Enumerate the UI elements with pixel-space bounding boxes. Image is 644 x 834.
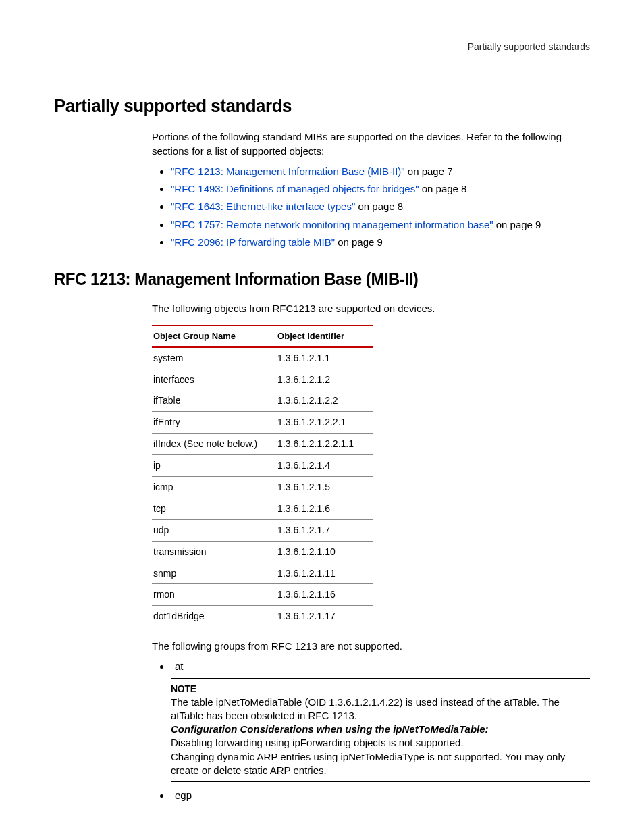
oid-table: Object Group Name Object Identifier syst… bbox=[152, 325, 373, 627]
intro-paragraph-3: The following groups from RFC 1213 are n… bbox=[152, 640, 590, 653]
link-item: "RFC 1493: Definitions of managed object… bbox=[171, 182, 590, 196]
cell-group-name: snmp bbox=[152, 563, 276, 584]
table-header-oid: Object Identifier bbox=[276, 325, 373, 347]
note-text-1: The table ipNetToMediaTable (OID 1.3.6.1… bbox=[171, 696, 590, 723]
cell-oid: 1.3.6.1.2.1.1 bbox=[276, 347, 373, 369]
cell-oid: 1.3.6.1.2.1.4 bbox=[276, 455, 373, 477]
cell-group-name: ifEntry bbox=[152, 412, 276, 434]
table-row: icmp1.3.6.1.2.1.5 bbox=[152, 476, 373, 498]
cell-oid: 1.3.6.1.2.1.2.2 bbox=[276, 390, 373, 412]
list-item-at: at bbox=[171, 660, 590, 673]
link-rfc1493[interactable]: "RFC 1493: Definitions of managed object… bbox=[171, 183, 419, 194]
note-text-3: Changing dynamic ARP entries using ipNet… bbox=[171, 750, 590, 778]
link-page-ref: on page 8 bbox=[419, 183, 467, 194]
table-row: dot1dBridge1.3.6.1.2.1.17 bbox=[152, 606, 373, 627]
cell-group-name: dot1dBridge bbox=[152, 606, 276, 627]
table-row: rmon1.3.6.1.2.1.16 bbox=[152, 584, 373, 606]
page-header-label: Partially supported standards bbox=[54, 41, 590, 53]
unsupported-list-2: egp bbox=[152, 789, 590, 802]
heading-rfc1213: RFC 1213: Management Information Base (M… bbox=[54, 268, 568, 291]
link-rfc1643[interactable]: "RFC 1643: Ethernet-like interface types… bbox=[171, 201, 355, 212]
table-row: ifEntry1.3.6.1.2.1.2.2.1 bbox=[152, 412, 373, 434]
link-page-ref: on page 8 bbox=[355, 201, 403, 212]
cell-group-name: ifIndex (See note below.) bbox=[152, 434, 276, 455]
cell-group-name: rmon bbox=[152, 584, 276, 606]
link-item: "RFC 2096: IP forwarding table MIB" on p… bbox=[171, 236, 590, 249]
link-page-ref: on page 7 bbox=[405, 165, 453, 177]
table-header-name: Object Group Name bbox=[152, 325, 276, 347]
table-row: ip1.3.6.1.2.1.4 bbox=[152, 455, 373, 477]
table-row: snmp1.3.6.1.2.1.11 bbox=[152, 563, 373, 584]
link-item: "RFC 1757: Remote network monitoring man… bbox=[171, 218, 590, 232]
link-page-ref: on page 9 bbox=[335, 236, 383, 248]
cell-oid: 1.3.6.1.2.1.2.2.1 bbox=[276, 412, 373, 434]
table-row: ifTable1.3.6.1.2.1.2.2 bbox=[152, 390, 373, 412]
cell-oid: 1.3.6.1.2.1.2 bbox=[276, 369, 373, 390]
link-item: "RFC 1643: Ethernet-like interface types… bbox=[171, 200, 590, 213]
link-list: "RFC 1213: Management Information Base (… bbox=[152, 165, 590, 249]
cell-oid: 1.3.6.1.2.1.5 bbox=[276, 476, 373, 498]
intro-paragraph-1: Portions of the following standard MIBs … bbox=[152, 130, 590, 158]
cell-group-name: udp bbox=[152, 519, 276, 541]
table-row: interfaces1.3.6.1.2.1.2 bbox=[152, 369, 373, 390]
note-title: NOTE bbox=[171, 683, 590, 696]
cell-group-name: ifTable bbox=[152, 390, 276, 412]
cell-oid: 1.3.6.1.2.1.16 bbox=[276, 584, 373, 606]
cell-oid: 1.3.6.1.2.1.7 bbox=[276, 519, 373, 541]
cell-group-name: icmp bbox=[152, 476, 276, 498]
table-row: system1.3.6.1.2.1.1 bbox=[152, 347, 373, 369]
cell-oid: 1.3.6.1.2.1.10 bbox=[276, 541, 373, 563]
cell-oid: 1.3.6.1.2.1.2.2.1.1 bbox=[276, 434, 373, 455]
table-row: transmission1.3.6.1.2.1.10 bbox=[152, 541, 373, 563]
cell-oid: 1.3.6.1.2.1.6 bbox=[276, 498, 373, 519]
note-text-2: Disabling forwarding using ipForwarding … bbox=[171, 736, 590, 750]
link-item: "RFC 1213: Management Information Base (… bbox=[171, 165, 590, 178]
table-row: tcp1.3.6.1.2.1.6 bbox=[152, 498, 373, 519]
cell-group-name: system bbox=[152, 347, 276, 369]
table-row: ifIndex (See note below.)1.3.6.1.2.1.2.2… bbox=[152, 434, 373, 455]
link-rfc2096[interactable]: "RFC 2096: IP forwarding table MIB" bbox=[171, 236, 335, 248]
cell-group-name: interfaces bbox=[152, 369, 276, 390]
heading-partially-supported: Partially supported standards bbox=[54, 94, 568, 118]
cell-group-name: tcp bbox=[152, 498, 276, 519]
table-row: udp1.3.6.1.2.1.7 bbox=[152, 519, 373, 541]
link-rfc1213[interactable]: "RFC 1213: Management Information Base (… bbox=[171, 165, 405, 177]
link-page-ref: on page 9 bbox=[493, 219, 541, 230]
link-rfc1757[interactable]: "RFC 1757: Remote network monitoring man… bbox=[171, 219, 493, 230]
note-subtitle: Configuration Considerations when using … bbox=[171, 723, 590, 736]
cell-group-name: ip bbox=[152, 455, 276, 477]
note-box: NOTE The table ipNetToMediaTable (OID 1.… bbox=[171, 678, 590, 782]
unsupported-list: at bbox=[152, 660, 590, 673]
cell-oid: 1.3.6.1.2.1.11 bbox=[276, 563, 373, 584]
intro-paragraph-2: The following objects from RFC1213 are s… bbox=[152, 302, 590, 315]
cell-group-name: transmission bbox=[152, 541, 276, 563]
list-item-egp: egp bbox=[171, 789, 590, 802]
cell-oid: 1.3.6.1.2.1.17 bbox=[276, 606, 373, 627]
